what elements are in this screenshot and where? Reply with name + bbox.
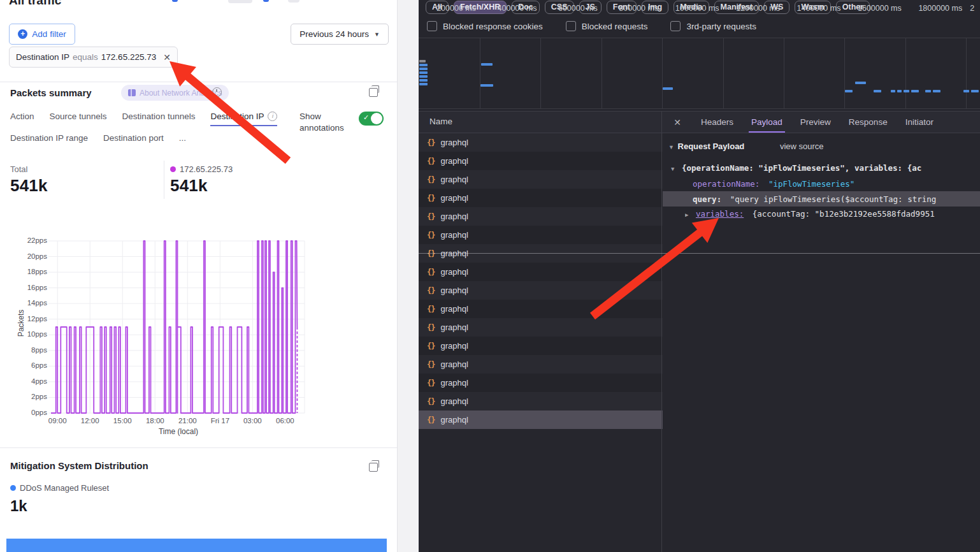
y-tick-label: 2pps [11, 393, 47, 400]
request-timing-bar[interactable] [904, 90, 909, 92]
ruler-time-label: 600000 ms [543, 4, 598, 13]
request-row[interactable]: {}graphql [419, 189, 663, 207]
detail-tab-initiator[interactable]: Initiator [897, 112, 942, 133]
request-timing-bar[interactable] [933, 90, 940, 92]
json-file-icon: {} [427, 342, 435, 351]
json-file-icon: {} [427, 175, 435, 184]
request-timing-bar[interactable] [419, 71, 428, 74]
request-name: graphql [440, 304, 468, 314]
request-timing-bar[interactable] [897, 90, 902, 92]
request-row[interactable]: {}graphql [419, 170, 663, 189]
mitigation-value: 1k [10, 497, 27, 515]
json-file-icon: {} [427, 286, 435, 295]
request-timing-bar[interactable] [419, 60, 426, 62]
payload-summary-row[interactable]: ▼ {operationName: "ipFlowTimeseries", va… [671, 163, 977, 173]
request-timing-bar[interactable] [874, 90, 881, 92]
request-timing-bar[interactable] [663, 87, 673, 90]
checkbox-box[interactable] [427, 21, 437, 31]
request-row[interactable]: {}graphql [419, 207, 663, 226]
payload-summary-text: {operationName: "ipFlowTimeseries", vari… [682, 163, 921, 173]
view-source-link[interactable]: view source [780, 142, 824, 151]
request-timing-bar[interactable] [419, 83, 428, 85]
json-file-icon: {} [427, 194, 435, 203]
request-row[interactable]: {}graphql [419, 226, 663, 244]
y-tick-label: 0pps [11, 409, 47, 416]
request-timing-bar[interactable] [419, 64, 428, 66]
ruler-time-label: 1600000 ms [847, 4, 902, 13]
ruler-time-label: 1400000 ms [786, 4, 840, 13]
name-column-header[interactable]: Name [429, 117, 452, 126]
checkbox-box[interactable] [566, 21, 576, 31]
payload-operation-row[interactable]: operationName: "ipFlowTimeseries" [693, 179, 977, 189]
checkbox-box[interactable] [670, 21, 681, 31]
detail-tab-headers[interactable]: Headers [692, 112, 742, 133]
checkbox-3rd-party-requests[interactable]: 3rd-party requests [670, 21, 756, 31]
request-timing-bar[interactable] [891, 90, 895, 92]
request-name: graphql [440, 212, 468, 221]
request-row[interactable]: {}graphql [419, 392, 663, 410]
triangle-down-icon: ▼ [668, 144, 674, 150]
expand-card-icon[interactable] [369, 463, 378, 472]
detail-tab-response[interactable]: Response [840, 112, 897, 133]
request-timing-bar[interactable] [855, 82, 866, 84]
request-name: graphql [440, 267, 468, 277]
json-file-icon: {} [427, 416, 435, 425]
json-file-icon: {} [427, 231, 435, 240]
close-panel-icon[interactable]: ✕ [663, 112, 692, 133]
detail-tab-preview[interactable]: Preview [791, 112, 840, 133]
payload-query-row[interactable]: query: "query ipFlowTimeseries($accountT… [693, 194, 977, 204]
request-timing-bar[interactable] [963, 90, 969, 92]
detail-tab-payload[interactable]: Payload [742, 112, 791, 133]
request-row[interactable]: {}graphql [419, 152, 663, 170]
payload-value: {accountTag: "b12e3b2192ee5588fdad9951 [753, 209, 935, 219]
payload-variables-row[interactable]: ▶ variables: {accountTag: "b12e3b2192ee5… [685, 209, 977, 219]
request-timing-bar[interactable] [480, 84, 493, 87]
payload-key: variables: [696, 209, 744, 219]
legend-dot [10, 485, 16, 491]
ruler-gridline [602, 38, 602, 108]
request-timing-bar[interactable] [925, 90, 931, 92]
request-row[interactable]: {}graphql [419, 133, 663, 152]
request-row[interactable]: {}graphql [419, 300, 663, 318]
checkbox-blocked-response-cookies[interactable]: Blocked response cookies [427, 21, 543, 31]
json-file-icon: {} [427, 323, 435, 332]
request-row[interactable]: {}graphql [419, 263, 663, 281]
request-name: graphql [440, 378, 468, 388]
y-axis-title: Packets [17, 301, 25, 345]
request-timing-bar[interactable] [845, 90, 853, 92]
request-name: graphql [440, 396, 468, 406]
x-axis-title: Time (local) [137, 427, 220, 436]
payload-value: "query ipFlowTimeseries($accountTag: str… [730, 194, 937, 204]
checkbox-blocked-requests[interactable]: Blocked requests [566, 21, 648, 31]
request-timing-bar[interactable] [419, 75, 428, 78]
network-filter-checkboxes: Blocked response cookiesBlocked requests… [427, 21, 756, 31]
ruler-gridline [480, 38, 480, 108]
x-tick-label: 06:00 [266, 417, 304, 425]
y-tick-label: 6pps [11, 361, 47, 369]
ruler-divider [419, 108, 980, 109]
y-tick-label: 20pps [11, 252, 47, 260]
request-name: graphql [440, 286, 468, 295]
request-payload-section[interactable]: ▼ Request Payload view source [668, 142, 824, 151]
mitigation-bar[interactable] [6, 539, 387, 552]
request-timing-bar[interactable] [419, 79, 428, 82]
request-timing-bar[interactable] [971, 90, 979, 92]
request-row[interactable]: {}graphql [419, 281, 663, 300]
request-row[interactable]: {}graphql [419, 318, 663, 337]
pane-divider[interactable] [661, 111, 662, 552]
y-tick-label: 8pps [11, 346, 47, 354]
request-name: graphql [440, 175, 468, 184]
request-timing-bar[interactable] [419, 68, 428, 70]
y-tick-label: 4pps [11, 377, 47, 385]
request-row[interactable]: {}graphql [419, 374, 663, 392]
mitigation-title: Mitigation System Distribution [10, 460, 148, 471]
json-file-icon: {} [427, 397, 435, 406]
ruler-gridline [844, 38, 845, 108]
request-timing-bar[interactable] [911, 90, 919, 92]
request-row[interactable]: {}graphql [419, 355, 663, 374]
request-timing-bar[interactable] [481, 63, 493, 66]
ruler-time-label: 1000000 ms [665, 4, 719, 13]
y-tick-label: 22pps [11, 236, 47, 244]
request-row[interactable]: {}graphql [419, 410, 663, 429]
request-row[interactable]: {}graphql [419, 337, 663, 355]
